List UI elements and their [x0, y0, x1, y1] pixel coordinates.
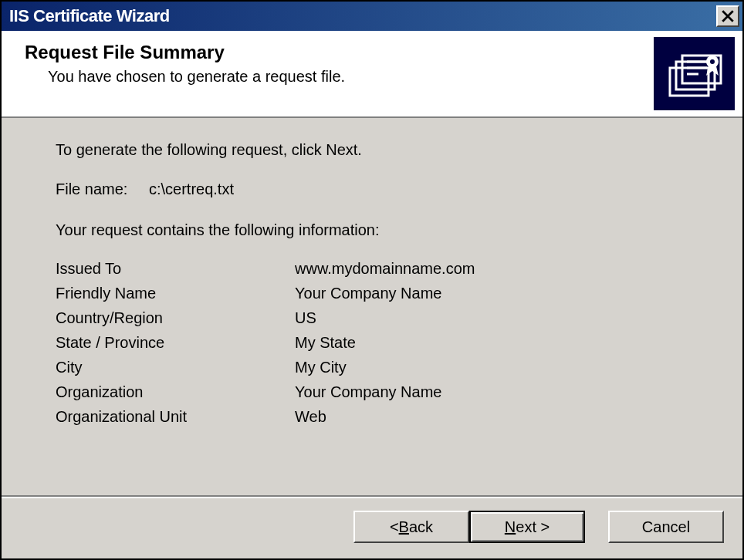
file-name-row: File name: c:\certreq.txt	[56, 180, 712, 198]
instruction-text: To generate the following request, click…	[56, 141, 712, 159]
field-value: US	[295, 307, 316, 329]
table-row: Organization Your Company Name	[56, 381, 712, 403]
back-button-mnemonic: B	[399, 518, 409, 536]
next-button-rest: ext >	[516, 518, 550, 536]
info-intro-text: Your request contains the following info…	[56, 221, 712, 239]
field-label: Friendly Name	[56, 282, 295, 304]
wizard-header-title: Request File Summary	[25, 42, 638, 63]
next-button-mnemonic: N	[505, 518, 516, 536]
field-value: www.mydomainname.com	[295, 258, 475, 279]
field-value: Web	[295, 406, 326, 427]
field-value: My City	[295, 356, 347, 378]
table-row: Issued To www.mydomainname.com	[56, 258, 712, 279]
svg-point-7	[710, 59, 715, 64]
back-button[interactable]: < Back	[353, 511, 469, 543]
back-button-rest: ack	[409, 518, 433, 536]
table-row: Country/Region US	[56, 307, 712, 329]
field-value: My State	[295, 332, 356, 353]
table-row: State / Province My State	[56, 332, 712, 353]
back-button-prefix: <	[390, 518, 399, 536]
nav-button-group: < Back Next >	[353, 511, 608, 543]
field-value: Your Company Name	[295, 282, 441, 304]
field-label: City	[56, 356, 295, 378]
next-button[interactable]: Next >	[469, 511, 585, 543]
wizard-header-text: Request File Summary You have chosen to …	[2, 31, 654, 116]
cancel-button[interactable]: Cancel	[608, 511, 724, 543]
cancel-button-label: Cancel	[642, 518, 690, 536]
titlebar: IIS Certificate Wizard	[2, 2, 742, 31]
close-icon	[721, 9, 735, 23]
field-value: Your Company Name	[295, 381, 441, 403]
wizard-header-subtitle: You have chosen to generate a request fi…	[48, 68, 638, 86]
field-label: State / Province	[56, 332, 295, 353]
table-row: Organizational Unit Web	[56, 406, 712, 427]
table-row: City My City	[56, 356, 712, 378]
field-label: Country/Region	[56, 307, 295, 329]
wizard-header: Request File Summary You have chosen to …	[2, 31, 742, 118]
file-name-value: c:\certreq.txt	[149, 180, 234, 198]
table-row: Friendly Name Your Company Name	[56, 282, 712, 304]
file-name-label: File name:	[56, 180, 127, 198]
window-title: IIS Certificate Wizard	[9, 6, 170, 26]
certificate-icon	[654, 37, 735, 110]
close-button[interactable]	[716, 5, 739, 27]
wizard-window: IIS Certificate Wizard Request File Summ…	[0, 0, 744, 560]
wizard-content: To generate the following request, click…	[2, 118, 742, 495]
field-label: Organization	[56, 381, 295, 403]
button-bar: < Back Next > Cancel	[2, 498, 742, 558]
field-label: Organizational Unit	[56, 406, 295, 427]
field-label: Issued To	[56, 258, 295, 279]
request-info-table: Issued To www.mydomainname.com Friendly …	[56, 258, 712, 427]
